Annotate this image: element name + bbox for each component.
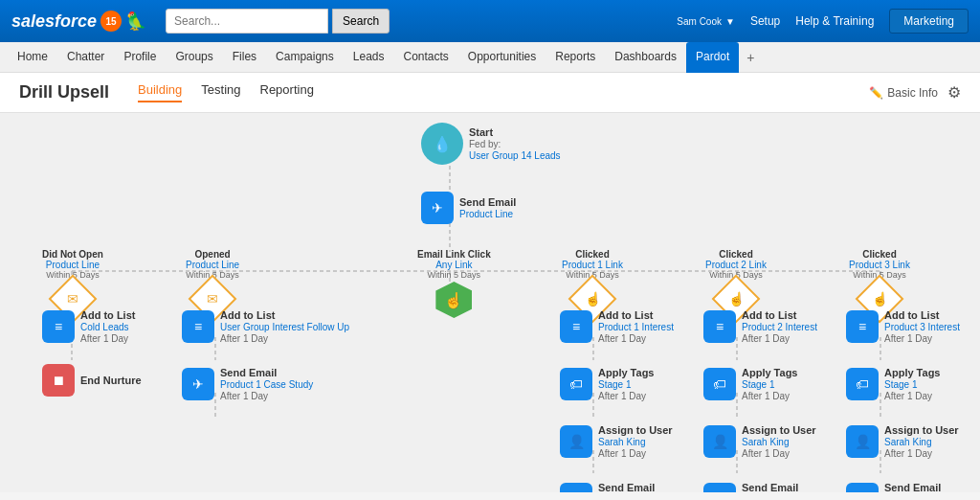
p3-sarah-link[interactable]: Sarah King xyxy=(884,437,959,447)
flame-icon: 💧 xyxy=(433,135,452,153)
did-not-open-link[interactable]: Product Line xyxy=(42,260,103,270)
apply-tags-p1-node: 🏷 Apply Tags Stage 1 After 1 Day xyxy=(560,367,654,401)
nav-pardot[interactable]: Pardot xyxy=(686,42,739,73)
email-link-click-label: Email Link Click Any Link Within 5 Days xyxy=(417,249,491,280)
tab-testing[interactable]: Testing xyxy=(201,82,240,102)
nav-reports[interactable]: Reports xyxy=(546,42,605,73)
logo-bird: 🦜 xyxy=(125,11,146,32)
p2-stage-link[interactable]: Stage 1 xyxy=(742,379,797,390)
clicked1-branch: Clicked Product 1 Link Within 5 Days ☝ xyxy=(562,249,623,316)
end-nurture-node: ⏹ End Nurture xyxy=(42,364,142,397)
basic-info-button[interactable]: ✏️ Basic Info xyxy=(869,86,938,100)
sf-header: salesforce 15 🦜 Search Sam Cook ▼ Setup … xyxy=(0,0,980,42)
send-icon-p2: ✈ xyxy=(703,483,736,492)
logo-text: salesforce xyxy=(11,11,97,32)
page-header-right: ✏️ Basic Info ⚙ xyxy=(869,83,961,102)
list-icon-p3: ≡ xyxy=(846,310,879,343)
opened-branch: Opened Product Line Within 5 Days ✉ xyxy=(186,249,239,316)
email-link-click-branch: Email Link Click Any Link Within 5 Days … xyxy=(417,249,491,318)
nav-opportunities[interactable]: Opportunities xyxy=(458,42,546,73)
marketing-button[interactable]: Marketing xyxy=(889,9,969,34)
send-email-p2-node: ✈ Send Email Product 2 Case Study After … xyxy=(703,482,835,492)
nav-home[interactable]: Home xyxy=(8,42,57,73)
main-nav: Home Chatter Profile Groups Files Campai… xyxy=(0,42,980,73)
assign-user-p3-node: 👤 Assign to User Sarah King After 1 Day xyxy=(846,424,959,459)
search-button[interactable]: Search xyxy=(332,9,390,34)
stop-icon: ⏹ xyxy=(42,364,75,397)
nav-files[interactable]: Files xyxy=(223,42,266,73)
send-icon-2: ✈ xyxy=(182,368,214,400)
send-email-icon: ✈ xyxy=(421,192,454,224)
page-header: Drill Upsell Building Testing Reporting … xyxy=(0,73,980,113)
clicked3-branch: Clicked Product 3 Link Within 5 Days ☝ xyxy=(849,249,910,316)
start-link[interactable]: User Group 14 Leads xyxy=(469,150,561,161)
tab-building[interactable]: Building xyxy=(138,82,182,102)
header-right: Sam Cook ▼ Setup Help & Training Marketi… xyxy=(677,9,969,34)
usergroup-link[interactable]: User Group Interest Follow Up xyxy=(220,322,349,332)
setup-link[interactable]: Setup xyxy=(750,14,780,28)
clicked3-link[interactable]: Product 3 Link xyxy=(849,260,910,270)
start-label: Start Fed by: User Group 14 Leads xyxy=(469,126,561,161)
p2-sarah-link[interactable]: Sarah King xyxy=(742,437,816,447)
add-to-list-usergroup-node: ≡ Add to List User Group Interest Follow… xyxy=(182,309,349,344)
add-to-list-cold-node: ≡ Add to List Cold Leads After 1 Day xyxy=(42,309,135,344)
p2-interest-link[interactable]: Product 2 Interest xyxy=(742,322,817,332)
add-list-p2-node: ≡ Add to List Product 2 Interest After 1… xyxy=(703,309,817,344)
tag-icon-p1: 🏷 xyxy=(560,368,592,400)
send-email-p1-node: ✈ Send Email Product 1 Case Study After … xyxy=(560,482,691,492)
search-input[interactable] xyxy=(166,9,328,34)
nav-dashboards[interactable]: Dashboards xyxy=(605,42,686,73)
gear-button[interactable]: ⚙ xyxy=(947,83,961,102)
start-node: 💧 Start Fed by: User Group 14 Leads xyxy=(421,123,561,165)
list-icon-p2: ≡ xyxy=(703,310,736,343)
username[interactable]: Sam Cook ▼ xyxy=(677,16,735,27)
p3-interest-link[interactable]: Product 3 Interest xyxy=(884,322,960,332)
p1-stage-link[interactable]: Stage 1 xyxy=(598,379,654,390)
nav-chatter[interactable]: Chatter xyxy=(57,42,114,73)
page-tabs: Building Testing Reporting xyxy=(138,82,314,102)
search-box: Search xyxy=(166,9,390,34)
user-icon-p3: 👤 xyxy=(846,425,879,458)
nav-plus[interactable]: + xyxy=(739,50,762,65)
start-icon: 💧 xyxy=(421,123,463,165)
page-title: Drill Upsell xyxy=(19,82,109,102)
nav-profile[interactable]: Profile xyxy=(114,42,166,73)
case1-link[interactable]: Product 1 Case Study xyxy=(220,379,313,390)
nav-groups[interactable]: Groups xyxy=(166,42,222,73)
tag-icon-p2: 🏷 xyxy=(703,368,736,400)
canvas-inner: 💧 Start Fed by: User Group 14 Leads ✈ Se… xyxy=(0,113,980,492)
logo-badge: 15 xyxy=(100,11,122,32)
send-email-node: ✈ Send Email Product Line xyxy=(421,192,516,224)
send-email-label: Send Email Product Line xyxy=(459,196,516,219)
apply-tags-p3-node: 🏷 Apply Tags Stage 1 After 1 Day xyxy=(846,367,940,401)
paper-plane-icon: ✈ xyxy=(432,200,443,216)
list-icon-1: ≡ xyxy=(42,310,75,343)
send-email-case1-node: ✈ Send Email Product 1 Case Study After … xyxy=(182,367,313,401)
p3-stage-link[interactable]: Stage 1 xyxy=(884,379,940,390)
clicked2-branch: Clicked Product 2 Link Within 5 Days ☝ xyxy=(705,249,767,316)
nav-leads[interactable]: Leads xyxy=(344,42,394,73)
nav-campaigns[interactable]: Campaigns xyxy=(266,42,344,73)
list-icon-p1: ≡ xyxy=(560,310,592,343)
apply-tags-p2-node: 🏷 Apply Tags Stage 1 After 1 Day xyxy=(703,367,797,401)
p1-sarah-link[interactable]: Sarah King xyxy=(598,437,673,447)
send-email-p3-node: ✈ Send Email Product 2 Case Study After … xyxy=(846,482,977,492)
user-icon-p1: 👤 xyxy=(560,425,592,458)
clicked2-link[interactable]: Product 2 Link xyxy=(705,260,767,270)
help-link[interactable]: Help & Training xyxy=(795,14,874,28)
add-list-p3-node: ≡ Add to List Product 3 Interest After 1… xyxy=(846,309,960,344)
nav-contacts[interactable]: Contacts xyxy=(394,42,458,73)
email-link-click-hex[interactable]: ☝ xyxy=(435,282,472,318)
tab-reporting[interactable]: Reporting xyxy=(260,82,314,102)
user-icon-p2: 👤 xyxy=(703,425,736,458)
tag-icon-p3: 🏷 xyxy=(846,368,879,400)
clicked1-link[interactable]: Product 1 Link xyxy=(562,260,623,270)
p1-interest-link[interactable]: Product 1 Interest xyxy=(598,322,674,332)
opened-link[interactable]: Product Line xyxy=(186,260,239,270)
workflow-canvas: 💧 Start Fed by: User Group 14 Leads ✈ Se… xyxy=(0,113,980,492)
pencil-icon: ✏️ xyxy=(869,86,883,100)
send-email-link[interactable]: Product Line xyxy=(459,209,516,219)
add-list-p1-node: ≡ Add to List Product 1 Interest After 1… xyxy=(560,309,674,344)
cold-leads-link[interactable]: Cold Leads xyxy=(80,322,135,332)
email-link-click-link[interactable]: Any Link xyxy=(417,260,491,270)
